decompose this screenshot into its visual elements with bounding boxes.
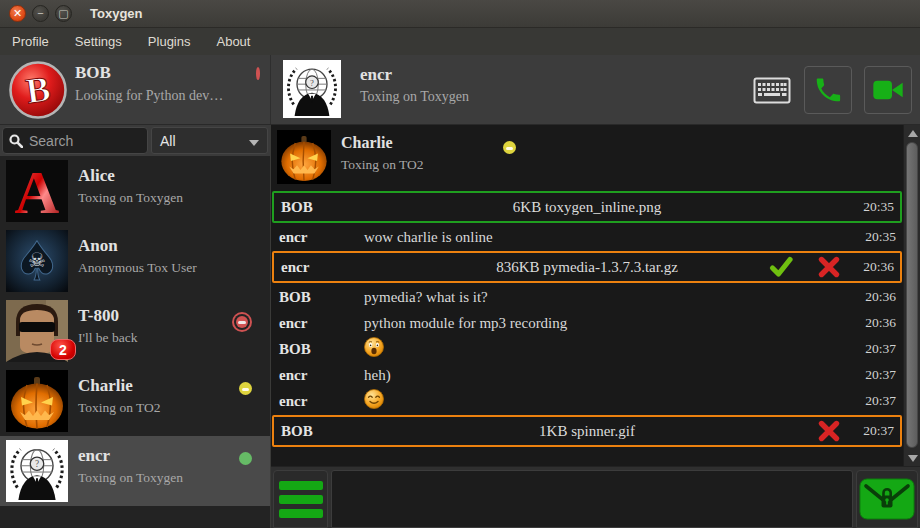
top-panel: B BOB Looking for Python dev… ? encr Tox…	[0, 55, 920, 125]
contact-list-item-anon[interactable]: ♠ ☠ Anon Anonymous Tox User	[0, 226, 270, 296]
message-row: encr heh) 20:37	[272, 362, 902, 388]
svg-text:?: ?	[310, 78, 314, 88]
filter-row: All	[0, 125, 270, 156]
contact-status-message: Toxing on TO2	[78, 400, 161, 416]
filter-value: All	[160, 133, 176, 149]
contact-status-message: Toxing on Toxygen	[78, 190, 183, 206]
message-row: encr 20:37	[272, 388, 902, 414]
contact-filter-dropdown[interactable]: All	[151, 127, 268, 154]
message-sender: encr	[272, 315, 364, 332]
message-time: 20:35	[854, 229, 902, 245]
decline-file-button[interactable]	[816, 254, 842, 280]
file-transfer-label: 6KB toxygen_inline.png	[274, 199, 900, 216]
message-input[interactable]	[331, 470, 853, 528]
message-row: encr wow charlie is online 20:35	[272, 224, 902, 250]
message-sender: encr	[274, 259, 366, 276]
search-input[interactable]	[29, 133, 129, 149]
message-time: 20:36	[854, 289, 902, 305]
avatar: ?	[6, 440, 68, 502]
message-list: BOB 6KB toxygen_inline.png 20:35 encr wo…	[271, 191, 903, 447]
busy-ring-status-icon	[236, 316, 248, 328]
video-call-button[interactable]	[864, 66, 912, 114]
message-sender: BOB	[274, 199, 366, 216]
maximize-icon[interactable]: ▢	[55, 5, 72, 22]
avatar: A	[6, 160, 68, 222]
contact-list-item-alice[interactable]: A Alice Toxing on Toxygen	[0, 156, 270, 226]
active-contact-card: ? encr Toxing on Toxygen	[280, 55, 700, 125]
keyboard-icon[interactable]	[752, 75, 792, 105]
titlebar: ✕ − ▢ Toxygen	[0, 0, 920, 28]
message-time: 20:37	[854, 367, 902, 383]
avatar: ?	[283, 60, 341, 118]
chat-area: Charlie Toxing on TO2 BOB 6KB toxygen_in…	[271, 125, 920, 528]
away-status-icon	[503, 141, 516, 154]
file-transfer-label: 1KB spinner.gif	[274, 423, 900, 440]
contact-list-item-t-800[interactable]: T-800 I'll be back 2	[0, 296, 270, 366]
search-icon	[9, 134, 23, 148]
message-sender: encr	[272, 393, 364, 410]
message-time: 20:36	[854, 315, 902, 331]
chevron-down-icon	[249, 140, 259, 146]
encrypted-envelope-icon	[859, 478, 915, 520]
self-status-message: Looking for Python dev…	[75, 88, 223, 104]
menu-settings[interactable]: Settings	[75, 34, 122, 49]
menu-about[interactable]: About	[216, 34, 250, 49]
close-icon[interactable]: ✕	[9, 5, 26, 22]
message-row: BOB pymedia? what is it? 20:36	[272, 284, 902, 310]
message-text: python module for mp3 recording	[364, 315, 854, 332]
scrollbar-thumb[interactable]	[906, 142, 918, 448]
busy-status-icon	[256, 67, 260, 80]
contact-list-item-encr[interactable]: ? encr Toxing on Toxygen	[0, 436, 270, 506]
file-transfer-row: BOB 1KB spinner.gif 20:37	[272, 415, 902, 447]
message-sender: BOB	[272, 341, 364, 358]
hamburger-icon	[279, 481, 323, 490]
shocked-emoji-icon	[364, 337, 854, 361]
video-icon	[872, 77, 904, 103]
message-sender: encr	[272, 367, 364, 384]
audio-call-button[interactable]	[804, 66, 852, 114]
decline-file-button[interactable]	[816, 418, 842, 444]
message-sender: BOB	[272, 289, 364, 306]
message-sender: encr	[272, 229, 364, 246]
contact-name: encr	[78, 446, 110, 466]
minimize-icon[interactable]: −	[32, 5, 49, 22]
composer	[271, 466, 920, 528]
contact-status-message: I'll be back	[78, 330, 137, 346]
search-box[interactable]	[2, 127, 148, 154]
message-row: encr python module for mp3 recording 20:…	[272, 310, 902, 336]
contact-name: T-800	[78, 306, 119, 326]
send-encrypted-button[interactable]	[856, 470, 918, 528]
away-status-icon	[239, 382, 252, 395]
accept-file-button[interactable]	[768, 254, 794, 280]
contact-list-item-charlie[interactable]: Charlie Toxing on TO2	[0, 366, 270, 436]
contacts-sidebar: All A Alice Toxing on Toxygen ♠ ☠ Anon A…	[0, 125, 270, 528]
toxygen-window: ✕ − ▢ Toxygen Profile Settings Plugins A…	[0, 0, 920, 528]
active-contact-name: encr	[360, 65, 392, 85]
message-time: 20:35	[852, 199, 900, 215]
contact-name: Alice	[78, 166, 115, 186]
scroll-up-icon[interactable]	[904, 125, 920, 141]
smile-emoji-icon	[364, 389, 854, 413]
message-scroll-area: Charlie Toxing on TO2 BOB 6KB toxygen_in…	[271, 125, 903, 466]
chat-contact-name: Charlie	[341, 134, 393, 152]
message-time: 20:37	[854, 341, 902, 357]
self-name: BOB	[75, 63, 111, 83]
call-controls	[752, 55, 912, 125]
menubar: Profile Settings Plugins About	[0, 28, 920, 55]
attachments-menu-button[interactable]	[273, 470, 328, 528]
phone-icon	[813, 75, 843, 105]
svg-text:?: ?	[35, 459, 39, 469]
menu-profile[interactable]: Profile	[12, 34, 49, 49]
avatar: B	[8, 60, 68, 120]
contact-status-message: Anonymous Tox User	[78, 260, 197, 276]
file-transfer-row: encr 836KB pymedia-1.3.7.3.tar.gz 20:36	[272, 251, 902, 283]
message-sender: BOB	[274, 423, 366, 440]
chat-scrollbar[interactable]	[903, 125, 920, 466]
self-profile-card[interactable]: B BOB Looking for Python dev…	[0, 55, 270, 125]
active-contact-status: Toxing on Toxygen	[360, 89, 469, 105]
scroll-down-icon[interactable]	[904, 450, 920, 466]
chat-contact-status: Toxing on TO2	[341, 157, 424, 173]
menu-plugins[interactable]: Plugins	[148, 34, 191, 49]
file-transfer-row: BOB 6KB toxygen_inline.png 20:35	[272, 191, 902, 223]
message-text: heh)	[364, 367, 854, 384]
